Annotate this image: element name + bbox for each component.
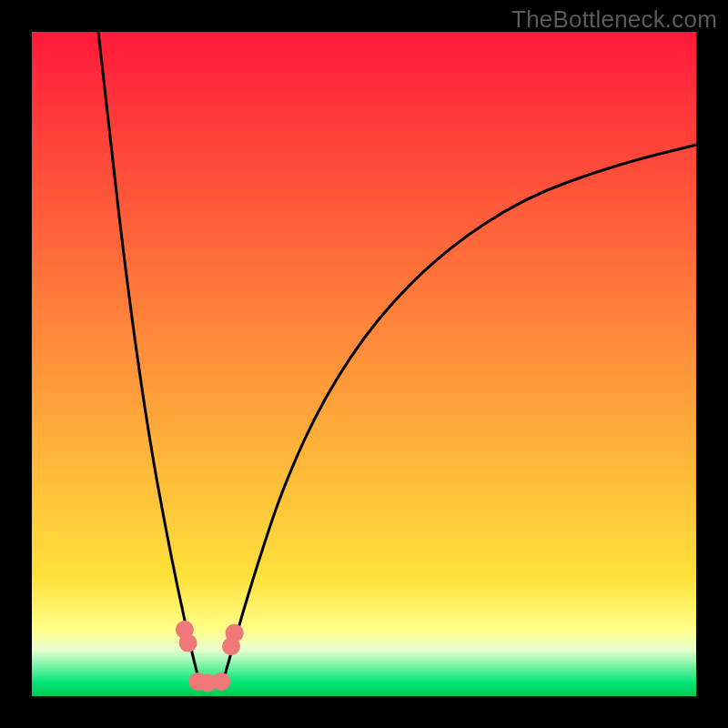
bottleneck-chart [32, 32, 696, 696]
gradient-background [32, 32, 696, 696]
data-marker [179, 634, 197, 652]
plot-area [32, 32, 696, 696]
data-marker [212, 672, 230, 691]
data-marker [226, 624, 244, 642]
chart-frame: TheBottleneck.com [0, 0, 728, 728]
watermark-text: TheBottleneck.com [511, 5, 717, 34]
